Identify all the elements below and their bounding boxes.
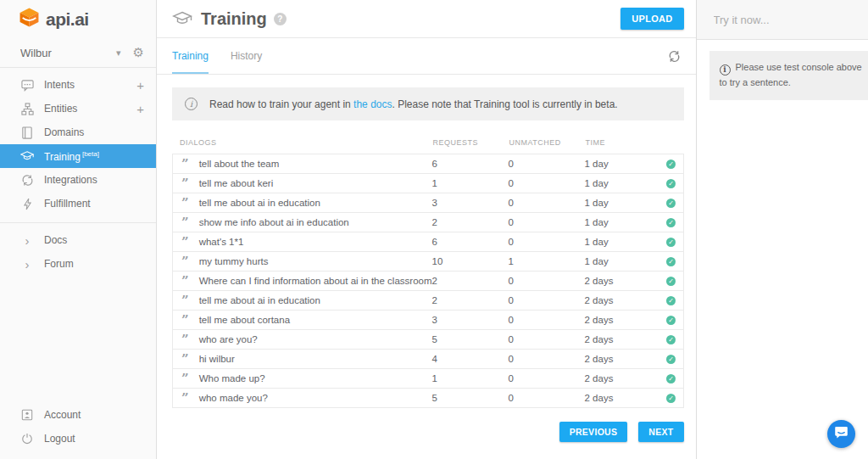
training-table: ” tell about the team 6 0 1 day ✓ ” tell… [172,154,684,408]
beta-badge: [beta] [82,150,99,158]
table-row[interactable]: ” my tummy hurts 10 1 1 day ✓ [173,252,683,271]
time-cell: 1 day [585,217,659,227]
quote-icon: ” [181,199,189,207]
tab-bar: Training History [157,38,696,75]
graduation-cap-icon [172,11,192,26]
add-entity-button[interactable]: + [136,102,144,116]
dialog-text: hi wilbur [199,354,235,364]
dialog-cell: ” what's 1*1 [173,237,432,247]
time-cell: 1 day [585,237,659,247]
sidebar-item-integrations[interactable]: Integrations [0,168,156,192]
time-cell: 1 day [585,178,659,188]
test-console-body: iPlease use test console above to try a … [697,40,868,111]
table-row[interactable]: ” tell me about keri 1 0 1 day ✓ [173,174,683,193]
tab-training[interactable]: Training [172,38,209,74]
approved-check-icon[interactable]: ✓ [666,160,676,169]
chat-widget-button[interactable] [827,420,855,448]
table-row[interactable]: ” who made you? 5 0 2 days ✓ [173,389,683,408]
quote-icon: ” [181,394,189,402]
add-intent-button[interactable]: + [136,78,144,92]
dialog-text: what's 1*1 [199,237,244,247]
sidebar-item-logout[interactable]: Logout [0,427,156,451]
sidebar-item-training[interactable]: Training[beta] [0,144,156,168]
sidebar-item-forum[interactable]: › Forum [0,252,156,276]
refresh-icon[interactable] [668,50,681,63]
unmatched-cell: 0 [509,217,585,227]
sidebar-item-entities[interactable]: Entities + [0,97,156,120]
approved-check-icon[interactable]: ✓ [666,335,676,344]
previous-button[interactable]: PREVIOUS [559,422,628,442]
sidebar-item-label: Integrations [44,174,144,186]
chat-bubble-icon [834,425,849,443]
sidebar-item-account[interactable]: Account [0,403,156,427]
requests-cell: 2 [432,295,509,305]
approved-check-icon[interactable]: ✓ [666,199,676,208]
table-row[interactable]: ” show me info about ai in education 2 0… [173,213,683,232]
requests-cell: 6 [432,237,509,247]
approved-check-icon[interactable]: ✓ [666,238,676,247]
sidebar-item-domains[interactable]: Domains [0,120,156,144]
sidebar-item-label: Intents [44,79,136,91]
quote-icon: ” [181,335,189,344]
approved-check-icon[interactable]: ✓ [666,316,676,325]
approved-check-icon[interactable]: ✓ [666,296,676,305]
unmatched-cell: 0 [509,393,585,403]
logo[interactable]: api.ai [0,0,156,38]
table-row[interactable]: ” what's 1*1 6 0 1 day ✓ [173,232,683,252]
approved-check-icon[interactable]: ✓ [666,277,676,286]
unmatched-cell: 0 [509,354,585,364]
table-row[interactable]: ” tell me about cortana 3 0 2 days ✓ [173,311,683,330]
dialog-cell: ” Where can I find information about ai … [173,276,432,286]
sync-icon [20,173,34,187]
next-button[interactable]: NEXT [638,422,683,442]
table-row[interactable]: ” tell me about ai in education 3 0 1 da… [173,193,683,213]
docs-link[interactable]: the docs [353,98,392,110]
power-icon [20,432,34,445]
requests-cell: 3 [432,315,509,325]
test-console-input[interactable] [697,14,868,26]
time-cell: 2 days [585,393,659,403]
time-cell: 2 days [585,315,659,325]
tab-history[interactable]: History [231,38,262,74]
hierarchy-icon [20,102,34,115]
agent-selector[interactable]: Wilbur ▾ ⚙ [0,38,156,68]
sidebar-item-docs[interactable]: › Docs [0,228,156,252]
table-row[interactable]: ” hi wilbur 4 0 2 days ✓ [173,350,683,369]
lightning-bolt-icon [20,197,34,210]
upload-button[interactable]: UPLOAD [620,8,683,30]
time-cell: 2 days [585,354,659,364]
banner-text: Read how to train your agent in the docs… [209,98,618,110]
chevron-right-icon: › [20,234,34,247]
help-icon[interactable]: ? [274,13,287,25]
dialog-cell: ” who made you? [173,393,432,403]
approved-check-icon[interactable]: ✓ [666,257,676,266]
requests-cell: 2 [432,217,509,227]
approved-check-icon[interactable]: ✓ [666,355,676,364]
info-icon: i [720,64,731,76]
approved-check-icon[interactable]: ✓ [666,394,676,403]
table-row[interactable]: ” who are you? 5 0 2 days ✓ [173,330,683,350]
sidebar-item-fulfillment[interactable]: Fulfillment [0,192,156,216]
table-row[interactable]: ” tell me about ai in education 2 0 2 da… [173,291,683,311]
table-row[interactable]: ” Where can I find information about ai … [173,271,683,291]
unmatched-cell: 0 [509,237,585,247]
info-icon: i [185,98,198,110]
approved-check-icon[interactable]: ✓ [666,374,676,383]
sidebar-item-label: Training[beta] [44,150,144,163]
approved-check-icon[interactable]: ✓ [666,218,676,227]
sidebar-footer: Account Logout [0,403,156,459]
approved-check-icon[interactable]: ✓ [666,179,676,188]
unmatched-cell: 0 [509,159,585,169]
table-row[interactable]: ” Who made up? 1 0 2 days ✓ [173,369,683,389]
table-row[interactable]: ” tell about the team 6 0 1 day ✓ [173,154,683,174]
quote-icon: ” [181,296,189,305]
dialog-text: who are you? [199,334,258,344]
dialog-text: show me info about ai in education [199,217,349,227]
console-hint: iPlease use test console above to try a … [709,51,868,100]
dialog-text: tell me about keri [199,178,274,188]
sidebar: api.ai Wilbur ▾ ⚙ Intents + [0,0,157,459]
pagination: PREVIOUS NEXT [172,408,684,457]
sidebar-item-intents[interactable]: Intents + [0,73,156,97]
gear-icon[interactable]: ⚙ [133,45,144,60]
column-header-time: TIME [586,138,660,147]
